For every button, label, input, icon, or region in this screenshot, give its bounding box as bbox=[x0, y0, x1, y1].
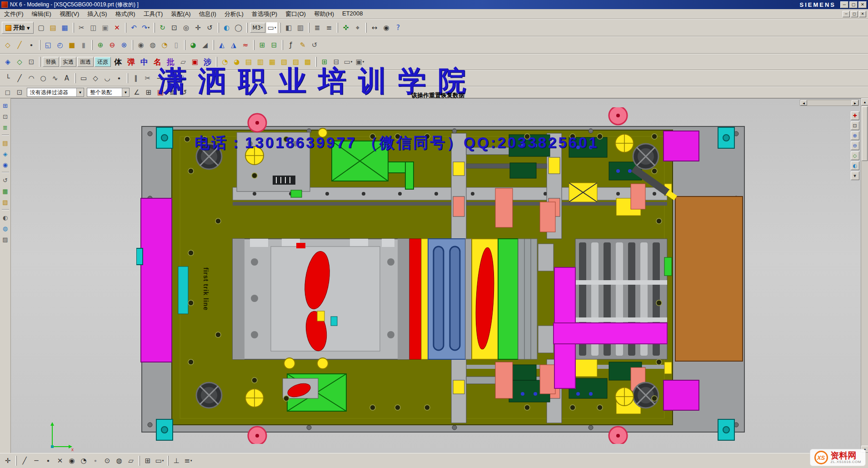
viewport-vscrollbar[interactable]: ▲ ▼ bbox=[861, 98, 868, 453]
datum-plane-icon[interactable]: ◇ bbox=[2, 40, 13, 50]
combo-arrow-icon[interactable]: ▼ bbox=[76, 88, 84, 96]
web-browser-icon[interactable]: ◉ bbox=[1, 160, 10, 169]
side-board[interactable] bbox=[675, 196, 743, 361]
palettes-icon[interactable]: ▨ bbox=[1, 235, 10, 244]
copy-icon[interactable]: ◫ bbox=[88, 22, 99, 33]
control-point-snap-icon[interactable]: ∙ bbox=[43, 455, 54, 466]
arc-center-snap-icon[interactable]: ◉ bbox=[66, 455, 77, 466]
datum-axis-icon[interactable]: ╱ bbox=[14, 40, 25, 50]
scroll-up-icon[interactable]: ▲ bbox=[861, 98, 868, 106]
system-scene-icon[interactable]: ◍ bbox=[1, 224, 10, 233]
new-file-icon[interactable]: ▢ bbox=[36, 22, 47, 33]
snap-angle-icon[interactable]: ∠ bbox=[131, 87, 142, 98]
measure-distance-icon[interactable]: ↔ bbox=[369, 22, 380, 33]
polygon-icon[interactable]: ◇ bbox=[90, 73, 101, 84]
menu-tools[interactable]: 工具(T) bbox=[140, 9, 167, 20]
rectangle-icon[interactable]: ▭ bbox=[78, 73, 89, 84]
doc-close-button[interactable]: ✕ bbox=[859, 11, 866, 17]
menu-help[interactable]: 帮助(H) bbox=[310, 9, 338, 20]
edit-feature-icon[interactable]: ✎ bbox=[297, 40, 308, 50]
point-on-face-snap-icon[interactable]: ◍ bbox=[114, 455, 125, 466]
subtract-icon[interactable]: ⊖ bbox=[107, 40, 118, 50]
mid-point-snap-icon[interactable]: ─ bbox=[31, 455, 42, 466]
doc-restore-button[interactable]: ▢ bbox=[851, 11, 858, 17]
cad-drawing[interactable]: first trik line bbox=[136, 107, 754, 444]
roles-icon[interactable]: ◐ bbox=[1, 213, 10, 222]
chamfer-icon[interactable]: ◢ bbox=[200, 40, 210, 50]
constraint-navigator-icon[interactable]: ⊡ bbox=[1, 112, 10, 121]
viewport-hscrollbar[interactable]: ◀ ▶ bbox=[800, 100, 859, 106]
doc-minimize-button[interactable]: ─ bbox=[843, 11, 850, 17]
scroll-left-icon[interactable]: ◀ bbox=[800, 100, 807, 106]
hole-icon[interactable]: ◉ bbox=[135, 40, 146, 50]
fillet-icon[interactable]: ◡ bbox=[102, 73, 113, 84]
promotion-icon[interactable]: ⊡ bbox=[26, 56, 37, 67]
menu-window[interactable]: 窗口(O) bbox=[281, 9, 310, 20]
undo-icon[interactable]: ↶ bbox=[129, 22, 140, 33]
revolve-icon[interactable]: ◴ bbox=[55, 40, 65, 50]
background-color-button[interactable]: ▭▾ bbox=[266, 22, 277, 33]
cut-icon[interactable]: ✂ bbox=[76, 22, 87, 33]
hd3d-tools-icon[interactable]: ◈ bbox=[1, 149, 10, 158]
point-on-curve-snap-icon[interactable]: ⊙ bbox=[102, 455, 113, 466]
assembly-navigator-icon[interactable]: ⊞ bbox=[1, 101, 10, 110]
face-transparent-button[interactable]: 面透 bbox=[77, 57, 94, 67]
part-navigator-icon[interactable]: ≣ bbox=[1, 123, 10, 132]
cylinder-icon[interactable]: ▮ bbox=[78, 40, 89, 50]
menu-et2008[interactable]: ET2008 bbox=[338, 9, 367, 20]
end-point-snap-icon[interactable]: ╱ bbox=[19, 455, 30, 466]
new-window-icon[interactable]: ◧ bbox=[283, 22, 294, 33]
workplane-button[interactable]: ▭▾ bbox=[154, 455, 165, 466]
selection-scope-combo[interactable]: 整个装配 ▼ bbox=[87, 88, 130, 97]
boss-icon[interactable]: ◍ bbox=[147, 40, 158, 50]
menu-preferences[interactable]: 首选项(P) bbox=[248, 9, 281, 20]
view-orientation-button[interactable]: M3▾ bbox=[250, 23, 266, 33]
offset-curve-icon[interactable]: ∥ bbox=[130, 73, 141, 84]
process-studio-icon[interactable]: ▦ bbox=[1, 186, 10, 196]
more-tools-icon[interactable]: ▾ bbox=[851, 171, 859, 180]
arc-icon[interactable]: ◠ bbox=[26, 73, 37, 84]
quadrant-snap-icon[interactable]: ◔ bbox=[78, 455, 89, 466]
tile-window-icon[interactable]: ▥ bbox=[295, 22, 306, 33]
menu-file[interactable]: 文件(F) bbox=[0, 9, 28, 20]
maximize-button[interactable]: ▢ bbox=[849, 1, 858, 8]
perspective-view-icon[interactable]: ◇ bbox=[851, 151, 859, 160]
spline-icon[interactable]: ∿ bbox=[50, 73, 60, 84]
menu-analysis[interactable]: 分析(L) bbox=[220, 9, 248, 20]
model-history-icon[interactable]: ↺ bbox=[309, 40, 320, 50]
general-object-filter-icon[interactable]: ⊞ bbox=[143, 87, 154, 98]
pattern-feature-icon[interactable]: ⊞ bbox=[257, 40, 268, 50]
track-bar-button[interactable]: ≡▾ bbox=[183, 455, 194, 466]
refresh-icon[interactable]: ↻ bbox=[157, 22, 168, 33]
restore-display-button[interactable]: 还原 bbox=[95, 57, 111, 67]
minimize-button[interactable]: ─ bbox=[840, 1, 848, 8]
fit-view-icon[interactable]: ⊡ bbox=[169, 22, 180, 33]
intersection-snap-icon[interactable]: ✕ bbox=[55, 455, 65, 466]
menu-assemblies[interactable]: 装配(A) bbox=[167, 9, 195, 20]
zoom-out-icon[interactable]: ⊖ bbox=[851, 141, 859, 150]
save-icon[interactable]: ▦ bbox=[60, 22, 70, 33]
menu-information[interactable]: 信息(I) bbox=[195, 9, 220, 20]
replace-display-button[interactable]: 替换 bbox=[43, 57, 59, 67]
layer-settings-icon[interactable]: ≣ bbox=[312, 22, 323, 33]
redo-icon[interactable]: ↷▾ bbox=[140, 22, 151, 33]
delete-icon[interactable]: ✕ bbox=[112, 22, 123, 33]
menu-insert[interactable]: 插入(S) bbox=[83, 9, 111, 20]
menu-format[interactable]: 格式(R) bbox=[111, 9, 140, 20]
scroll-right-icon[interactable]: ▶ bbox=[852, 100, 858, 106]
mirror-feature-icon[interactable]: ⊟ bbox=[269, 40, 279, 50]
fit-view-small-icon[interactable]: ⊡ bbox=[851, 121, 859, 130]
block-icon[interactable]: ■ bbox=[66, 40, 77, 50]
profile-icon[interactable]: └ bbox=[2, 73, 13, 84]
vscroll-thumb[interactable] bbox=[862, 106, 868, 161]
extrude-icon[interactable]: ◱ bbox=[43, 40, 54, 50]
sew-icon[interactable]: ≈ bbox=[240, 40, 251, 50]
edge-blend-icon[interactable]: ◕ bbox=[188, 40, 199, 50]
rib-icon[interactable]: ▯ bbox=[171, 40, 182, 50]
solid-transparent-button[interactable]: 实透 bbox=[60, 57, 76, 67]
body-macro-button[interactable]: 体 bbox=[112, 56, 124, 67]
help-icon[interactable]: ? bbox=[393, 22, 404, 33]
wave-link-icon[interactable]: ◈ bbox=[2, 56, 13, 67]
start-menu-button[interactable]: 开始 ▾ bbox=[2, 22, 34, 34]
trim-curve-icon[interactable]: ✂ bbox=[142, 73, 153, 84]
